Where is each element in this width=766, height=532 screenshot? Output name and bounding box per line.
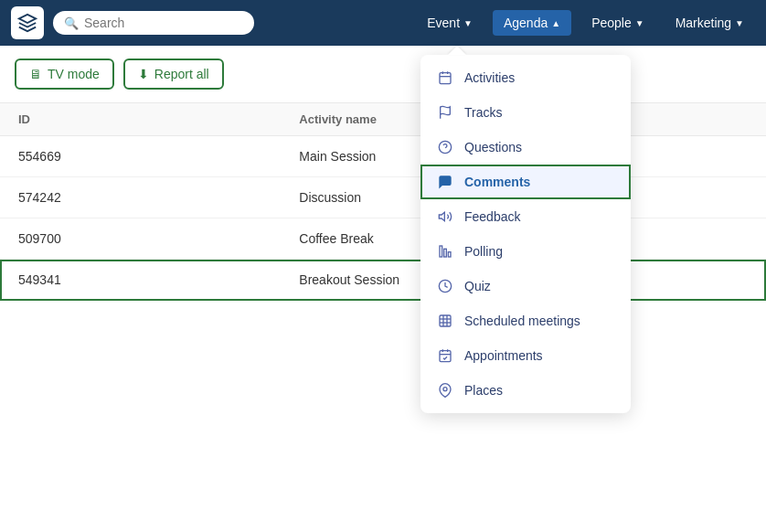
chevron-down-icon: ▼ (735, 18, 744, 28)
table-row[interactable]: 509700 Coffee Break (0, 218, 766, 260)
dropdown-item-tracks[interactable]: Tracks (420, 95, 631, 130)
dropdown-item-places[interactable]: Places (420, 373, 631, 408)
dropdown-item-questions[interactable]: Questions (420, 130, 631, 165)
calendar-check-icon (437, 347, 453, 364)
dropdown-item-label: Polling (464, 244, 503, 259)
dropdown-item-label: Tracks (464, 105, 502, 120)
dropdown-item-scheduled-meetings[interactable]: Scheduled meetings (420, 303, 631, 338)
dropdown-item-label: Places (464, 383, 503, 398)
search-box[interactable]: 🔍 (53, 11, 254, 35)
megaphone-icon (437, 208, 453, 225)
question-circle-icon (437, 139, 453, 155)
flag-icon (437, 104, 453, 121)
monitor-icon: 🖥 (29, 67, 42, 81)
bar-chart-icon (437, 243, 453, 260)
dropdown-item-comments[interactable]: Comments (420, 165, 631, 199)
dropdown-item-label: Activities (464, 70, 515, 85)
dropdown-item-feedback[interactable]: Feedback (420, 199, 631, 234)
dropdown-item-label: Questions (464, 140, 522, 154)
svg-rect-9 (444, 249, 447, 257)
app-logo[interactable] (11, 6, 44, 39)
dropdown-item-label: Scheduled meetings (464, 314, 580, 328)
nav-item-people[interactable]: People ▼ (580, 10, 655, 36)
activities-table: ID Activity name 554669 Main Session 574… (0, 103, 766, 301)
search-icon: 🔍 (64, 16, 79, 30)
dropdown-item-appointments[interactable]: Appointments (420, 338, 631, 373)
chevron-down-icon: ▼ (463, 18, 473, 28)
table-row[interactable]: 554669 Main Session (0, 136, 766, 177)
table-area: 🖥 TV mode ⬇ Report all ID Activity name … (0, 46, 766, 532)
dropdown-item-label: Appointments (464, 348, 543, 363)
agenda-dropdown: Activities Tracks Questions Comments Fee… (420, 46, 631, 413)
svg-rect-8 (440, 246, 442, 257)
table-grid-icon (437, 313, 453, 329)
dropdown-menu: Activities Tracks Questions Comments Fee… (420, 55, 631, 413)
tv-mode-button[interactable]: 🖥 TV mode (15, 59, 114, 90)
main-area: 🖥 TV mode ⬇ Report all ID Activity name … (0, 46, 766, 532)
svg-rect-17 (440, 351, 451, 362)
table-header-row: ID Activity name (0, 103, 766, 136)
search-input[interactable] (84, 16, 243, 30)
chat-icon (437, 174, 453, 190)
report-all-button[interactable]: ⬇ Report all (123, 59, 224, 90)
download-icon: ⬇ (138, 67, 149, 81)
col-id: ID (0, 103, 281, 136)
chevron-up-icon: ▲ (551, 18, 560, 28)
cell-id: 574242 (0, 177, 281, 218)
dropdown-item-activities[interactable]: Activities (420, 60, 631, 95)
toolbar: 🖥 TV mode ⬇ Report all (0, 46, 766, 103)
cell-id: 509700 (0, 218, 281, 260)
nav-item-agenda[interactable]: Agenda ▲ (493, 10, 571, 36)
dropdown-arrow (448, 46, 466, 55)
dropdown-item-label: Feedback (464, 209, 520, 224)
table-row[interactable]: 574242 Discussion (0, 177, 766, 218)
dropdown-item-label: Quiz (464, 279, 491, 293)
pin-icon (437, 382, 453, 399)
table-row[interactable]: 549341 Breakout Session (0, 260, 766, 301)
clock-icon (437, 278, 453, 294)
navbar: 🔍 Event ▼ Agenda ▲ People ▼ Marketing ▼ (0, 0, 766, 46)
chevron-down-icon: ▼ (635, 18, 644, 28)
nav-item-event[interactable]: Event ▼ (416, 10, 484, 36)
svg-marker-7 (439, 212, 444, 220)
svg-point-21 (443, 388, 447, 391)
calendar-icon (437, 69, 453, 86)
cell-id: 549341 (0, 260, 281, 301)
cell-id: 554669 (0, 136, 281, 177)
dropdown-item-polling[interactable]: Polling (420, 234, 631, 269)
nav-item-marketing[interactable]: Marketing ▼ (665, 10, 755, 36)
dropdown-item-label: Comments (464, 175, 530, 189)
svg-rect-10 (448, 252, 451, 257)
svg-rect-12 (440, 315, 451, 326)
svg-rect-0 (440, 73, 451, 84)
dropdown-item-quiz[interactable]: Quiz (420, 269, 631, 303)
